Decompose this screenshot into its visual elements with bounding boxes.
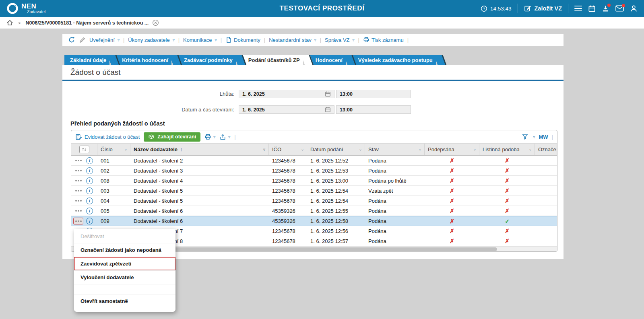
column-header-4[interactable]: Datum podání▿	[307, 144, 365, 155]
toolbar-link[interactable]: Komunikace▿	[183, 37, 217, 43]
menu-item-vylou-en-dodavatele[interactable]: Vyloučení dodavatele	[74, 271, 175, 284]
table-row[interactable]: i002Dodavatel - školení 3123456781. 6. 2…	[71, 166, 557, 176]
row-cell-listinna: ✗	[479, 198, 535, 204]
row-cell-listinna: ✗	[479, 187, 535, 194]
row-more-button[interactable]	[73, 218, 83, 224]
row-more-button[interactable]	[73, 187, 83, 194]
mail-icon[interactable]	[615, 5, 624, 12]
cross-icon: ✗	[450, 238, 454, 244]
row-cell-ico: 45359326	[269, 218, 307, 224]
toolbar-link[interactable]: Tisk záznamu	[363, 37, 404, 43]
menu-item-zaevidovat-zp-tvzet-[interactable]: Zaevidovat zpětvzetí	[74, 257, 175, 271]
tab-zad-vac-podm-nky[interactable]: Zadávací podmínky	[178, 55, 236, 65]
column-filter-caret-icon[interactable]: ▿	[529, 147, 531, 152]
row-more-button[interactable]	[73, 208, 83, 214]
column-header-5[interactable]: Stav▿	[365, 144, 425, 155]
row-info-icon[interactable]: i	[86, 167, 93, 174]
download-icon[interactable]	[602, 5, 609, 12]
tab-hodnocen-[interactable]: Hodnocení	[310, 55, 346, 65]
table-row[interactable]: i001Dodavatel - školení 2123456781. 6. 2…	[71, 156, 557, 166]
toolbar-link[interactable]: Nestandardní stav▿	[269, 37, 316, 43]
filter-icon[interactable]	[522, 134, 528, 140]
row-cell-cislo: 008	[97, 178, 130, 184]
caret-down-icon: ▿	[314, 38, 316, 42]
row-more-button[interactable]	[73, 157, 83, 164]
register-request-button[interactable]: Evidovat žádost o účast	[75, 134, 140, 140]
row-cell-nazev: Dodavatel - školení 2	[130, 158, 269, 164]
toolbar-link[interactable]: Dokumenty	[225, 37, 260, 43]
page-title: Žádost o účast	[70, 68, 121, 77]
grid-toolbar: Evidovat žádost o účast Zahájit otevírán…	[71, 130, 557, 143]
table-row[interactable]: i004Dodavatel - školení 5123456781. 6. 2…	[71, 196, 557, 206]
table-row[interactable]: i005Dodavatel - školení 6453593261. 6. 2…	[71, 206, 557, 216]
create-vz-button[interactable]: Založit VZ	[524, 5, 562, 12]
home-icon[interactable]	[6, 19, 13, 26]
column-filter-caret-icon[interactable]: ▿	[263, 147, 265, 152]
list-title: Přehled podaných žádostí o účast	[62, 120, 564, 127]
row-cell-datum: 1. 6. 2025 12:55	[307, 208, 365, 214]
column-filter-caret-icon[interactable]: ▿	[301, 147, 303, 152]
tab-v-sledek-zad-vac-ho-postupu[interactable]: Výsledek zadávacího postupu	[353, 55, 436, 65]
toolbar-link[interactable]: Úkony zadavatele▿	[128, 37, 174, 43]
row-actions-cell: i	[71, 187, 97, 194]
pencil-icon[interactable]	[79, 37, 86, 43]
toolbar-link[interactable]: Uveřejnění▿	[89, 37, 120, 43]
calendar-icon[interactable]	[325, 91, 331, 97]
column-filter-caret-icon[interactable]: ▿	[359, 147, 361, 152]
row-more-button[interactable]	[73, 167, 83, 174]
column-header-2[interactable]: Název dodavatele↑▿	[130, 144, 269, 155]
close-circle-icon[interactable]	[152, 19, 159, 26]
toolbar-link[interactable]: Správa VZ▿	[325, 37, 354, 43]
row-info-icon[interactable]: i	[86, 157, 93, 164]
column-filter-caret-icon[interactable]: ▿	[419, 147, 421, 152]
column-chooser-icon[interactable]	[79, 146, 89, 153]
column-header-6[interactable]: Podepsána▿	[425, 144, 479, 155]
table-row[interactable]: i003Dodavatel - školení 5123456781. 6. 2…	[71, 186, 557, 196]
menu-icon[interactable]	[574, 6, 582, 12]
export-grid-button[interactable]: ▿	[219, 134, 230, 140]
printer-icon	[363, 37, 369, 43]
view-selector-mw[interactable]: MW	[539, 134, 548, 140]
calendar-icon[interactable]	[325, 107, 331, 113]
start-opening-button[interactable]: Zahájit otevírání	[144, 132, 200, 142]
deadline-time-field[interactable]: 13:00	[336, 90, 411, 98]
row-cell-nazev: Dodavatel - školení 5	[130, 188, 269, 194]
row-info-icon[interactable]: i	[86, 187, 93, 194]
column-header-3[interactable]: IČO▿	[269, 144, 307, 155]
breadcrumb-item[interactable]: N006/25/V00005181 - Nájem serverů s tech…	[25, 19, 159, 26]
table-row[interactable]: i008Dodavatel - školení 4123456781. 6. 2…	[71, 176, 557, 186]
table-row[interactable]: i009Dodavatel - školení 6453593261. 6. 2…	[71, 216, 557, 226]
tab-pod-n-astn-k-zp[interactable]: Podání účastníků ZP	[243, 55, 303, 65]
row-info-icon[interactable]: i	[86, 218, 93, 224]
history-undo-icon[interactable]	[68, 36, 75, 43]
logo-subtitle: Zadavatel	[27, 9, 45, 14]
cross-icon: ✗	[450, 157, 454, 164]
print-grid-button[interactable]: ▿	[204, 134, 215, 140]
deadline-date-field[interactable]: 1. 6. 2025	[239, 90, 334, 98]
row-more-button[interactable]	[73, 177, 83, 184]
column-header-1[interactable]: Číslo▿	[97, 144, 130, 155]
calendar-icon[interactable]	[588, 5, 596, 12]
row-cell-podepsana: ✗	[425, 177, 479, 184]
row-info-icon[interactable]: i	[86, 208, 93, 214]
opening-date-field[interactable]: 1. 6. 2025	[239, 105, 334, 114]
row-cell-datum: 1. 6. 2025 12:53	[307, 168, 365, 174]
deadline-label: Lhůta:	[62, 91, 239, 97]
column-filter-caret-icon[interactable]: ▿	[474, 147, 476, 152]
nen-logo[interactable]: NEN Zadavatel	[6, 2, 45, 14]
row-cell-listinna: ✗	[479, 208, 535, 214]
menu-item-ozna-en-dosti-jako-nepodan-[interactable]: Označení žádosti jako nepodaná	[74, 243, 175, 257]
column-filter-caret-icon[interactable]: ▿	[125, 147, 127, 152]
tab-krit-ria-hodnocen-[interactable]: Kritéria hodnocení	[116, 55, 171, 65]
user-icon[interactable]	[630, 5, 638, 12]
opening-time-field[interactable]: 13:00	[336, 105, 411, 114]
column-header-7[interactable]: Listinná podoba▿	[479, 144, 535, 155]
row-cell-stav: Podána	[365, 158, 425, 164]
row-info-icon[interactable]: i	[86, 177, 93, 184]
row-more-button[interactable]	[73, 198, 83, 204]
cross-icon: ✗	[505, 167, 510, 174]
tab-z-kladn-daje[interactable]: Základní údaje	[64, 55, 109, 65]
column-header-8[interactable]: Označe	[535, 144, 557, 155]
row-info-icon[interactable]: i	[86, 198, 93, 204]
menu-item-otev-t-samostatn-[interactable]: Otevřít samostatně	[74, 294, 175, 308]
